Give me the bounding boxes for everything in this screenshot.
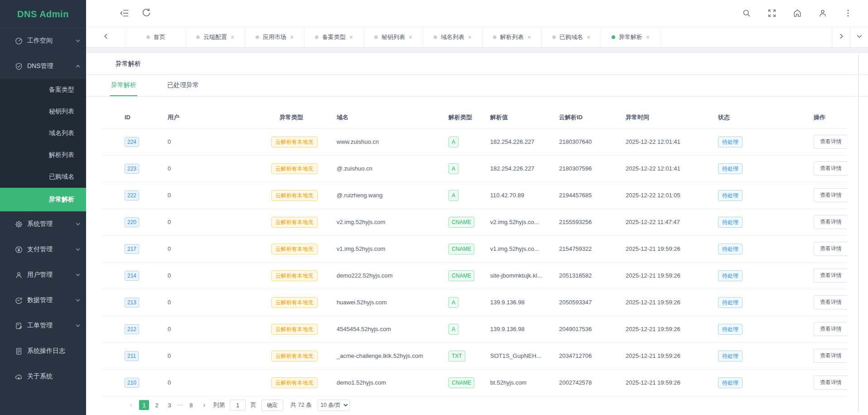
tabs-scroll-right-button[interactable] [832, 27, 850, 47]
view-details-button[interactable]: 查看详情 [814, 322, 847, 336]
tab-close-icon[interactable]: × [290, 34, 294, 40]
anomaly-type-badge-cell-wrap: 云解析有本地无 [260, 369, 331, 396]
pagination-next-button[interactable]: › [200, 400, 208, 410]
user-cell-cell-wrap: 0 [149, 182, 260, 209]
open-tabs: 首页云端配置×应用市场×备案类型×秘钥列表×域名列表×解析列表×已购域名×异常解… [126, 27, 661, 47]
anomaly-type-badge: 云解析有本地无 [271, 351, 318, 361]
tab-close-icon[interactable]: × [349, 34, 353, 40]
sidebar-item-0[interactable]: 工作空间 [0, 28, 86, 54]
user-cell-cell-wrap: 0 [149, 262, 260, 289]
sidebar-item-14[interactable]: 关于系统 [0, 364, 86, 389]
fullscreen-button[interactable] [767, 9, 776, 18]
sidebar-item-4[interactable]: 域名列表 [0, 122, 86, 144]
tabs-menu-button[interactable] [850, 27, 868, 47]
domain-cell: v2.img.52hyjs.com [337, 219, 386, 225]
kebab-button[interactable] [844, 9, 853, 18]
record-type-badge: TXT [448, 351, 465, 361]
pagination-page-1[interactable]: 1 [139, 400, 149, 410]
cloud-id-cell-cell-wrap: 2002742578 [555, 369, 621, 396]
pagination-page-3[interactable]: 3 [164, 400, 174, 410]
content-tab-1[interactable]: 已处理异常 [166, 75, 200, 96]
anomaly-type-badge-cell-wrap: 云解析有本地无 [260, 342, 331, 369]
id-badge: 211 [125, 351, 139, 361]
home-button[interactable] [793, 9, 802, 18]
view-details-button[interactable]: 查看详情 [814, 295, 847, 309]
open-tab-0[interactable]: 首页 [126, 27, 186, 47]
status-badge: 待处理 [718, 217, 743, 228]
anomaly-time-cell-cell-wrap: 2025-12-22 11:47:47 [621, 209, 707, 235]
open-tab-1[interactable]: 云端配置× [186, 27, 245, 47]
page-size-select[interactable]: 10 条/页 [318, 400, 350, 411]
tab-status-dot [256, 35, 259, 39]
sidebar: DNS Admin 工作空间DNS管理备案类型秘钥列表域名列表解析列表已购域名异… [0, 0, 86, 415]
open-tab-8[interactable]: 异常解析× [601, 27, 661, 47]
sidebar-item-11[interactable]: 数据管理 [0, 288, 86, 313]
tab-close-icon[interactable]: × [587, 34, 590, 40]
sidebar-item-6[interactable]: 已购域名 [0, 166, 86, 188]
tab-close-icon[interactable]: × [409, 34, 412, 40]
sidebar-item-5[interactable]: 解析列表 [0, 144, 86, 166]
column-header-6: 解析值 [487, 107, 555, 128]
content-card: 异常解析 异常解析已处理异常 ID用户异常类型域名解析类型解析值云解析ID异常时… [86, 53, 868, 415]
open-tab-3[interactable]: 备案类型× [304, 27, 364, 47]
view-details-button[interactable]: 查看详情 [814, 376, 847, 390]
tab-label: 异常解析 [619, 33, 642, 41]
view-details-button[interactable]: 查看详情 [814, 269, 847, 283]
cloud-id-cell-cell-wrap: 2034712706 [555, 342, 621, 369]
open-tab-4[interactable]: 秘钥列表× [364, 27, 423, 47]
refresh-button[interactable] [141, 8, 151, 18]
content-tabs: 异常解析已处理异常 [86, 75, 868, 97]
pagination-page-8[interactable]: 8 [186, 400, 196, 410]
view-details-button[interactable]: 查看详情 [814, 242, 847, 256]
user-cell-cell-wrap: 0 [149, 342, 260, 369]
fold-button[interactable] [120, 8, 130, 18]
open-tab-2[interactable]: 应用市场× [245, 27, 304, 47]
user-cell: 0 [168, 219, 171, 225]
sidebar-item-8[interactable]: 系统管理 [0, 211, 86, 237]
view-details-button[interactable]: 查看详情 [814, 135, 847, 149]
sidebar-item-7[interactable]: 异常解析 [0, 188, 86, 211]
tab-close-icon[interactable]: × [527, 34, 531, 40]
anomaly-type-badge: 云解析有本地无 [271, 244, 318, 254]
content-tab-0[interactable]: 异常解析 [110, 75, 137, 96]
cloud-icon [15, 373, 23, 381]
tab-close-icon[interactable]: × [468, 34, 472, 40]
id-badge-cell-wrap: 224 [102, 128, 149, 155]
sidebar-item-9[interactable]: 支付管理 [0, 237, 86, 262]
tab-close-icon[interactable]: × [646, 34, 650, 40]
pagination-confirm-button[interactable]: 确定 [261, 400, 283, 411]
sidebar-item-1[interactable]: DNS管理 [0, 54, 86, 79]
scrollbar[interactable] [858, 54, 859, 412]
tabs-scroll-left-button[interactable] [86, 27, 126, 47]
search-button[interactable] [742, 9, 751, 18]
view-details-button[interactable]: 查看详情 [814, 188, 847, 202]
anomaly-type-badge-cell-wrap: 云解析有本地无 [260, 262, 331, 289]
chevron-down-icon [75, 247, 81, 252]
user-button[interactable] [818, 9, 827, 18]
sidebar-item-13[interactable]: 系统操作日志 [0, 338, 86, 364]
user-cell: 0 [168, 245, 171, 252]
open-tab-6[interactable]: 解析列表× [482, 27, 542, 47]
sidebar-subitem-label: 已购域名 [49, 173, 74, 181]
sidebar-item-3[interactable]: 秘钥列表 [0, 101, 86, 122]
sidebar-item-12[interactable]: 工单管理 [0, 313, 86, 338]
pagination: ‹ 123...8 › 到第 页 确定 共 72 条 10 条/页 [127, 400, 868, 411]
view-details-button[interactable]: 查看详情 [814, 161, 847, 176]
page-title: 异常解析 [86, 53, 868, 75]
view-details-button[interactable]: 查看详情 [814, 215, 847, 229]
pagination-page-2[interactable]: 2 [152, 400, 162, 410]
domain-cell-cell-wrap: _acme-challenge.lklk.52hyjs.com [331, 342, 442, 369]
record-type-badge: CNAME [448, 244, 474, 254]
record-type-badge-cell-wrap: A [442, 128, 487, 155]
view-details-button[interactable]: 查看详情 [814, 349, 847, 363]
sidebar-item-10[interactable]: 用户管理 [0, 262, 86, 288]
column-header-5: 解析类型 [442, 107, 487, 128]
sidebar-item-2[interactable]: 备案类型 [0, 79, 86, 101]
pagination-jump-input[interactable] [230, 400, 246, 410]
pagination-prev-button[interactable]: ‹ [127, 400, 135, 410]
open-tab-7[interactable]: 已购域名× [542, 27, 601, 47]
tab-close-icon[interactable]: × [231, 34, 234, 40]
domain-cell: demo1.52hyjs.com [337, 379, 386, 386]
open-tab-5[interactable]: 域名列表× [423, 27, 482, 47]
column-header-10: 操作 [797, 107, 847, 128]
